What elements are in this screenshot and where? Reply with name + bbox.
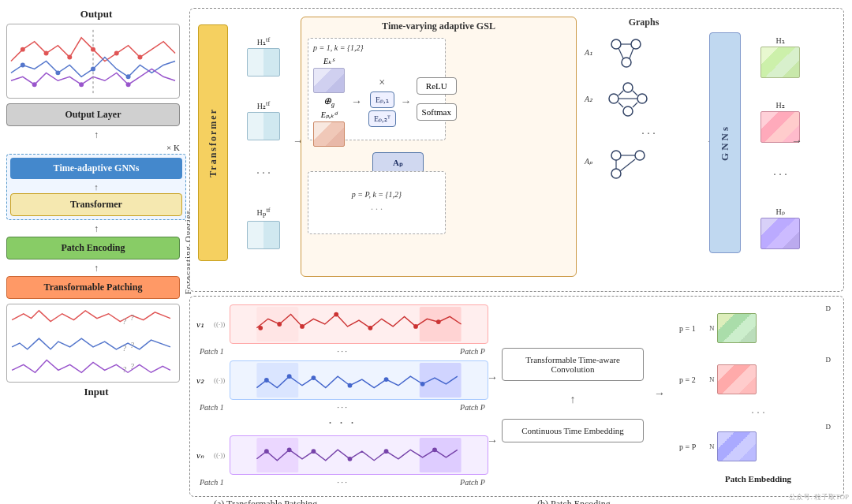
embed-dots: · · ·	[679, 407, 837, 420]
h-matrix-p: HPtf	[236, 207, 291, 249]
svg-point-57	[420, 382, 425, 386]
embed-np-label: N	[709, 442, 715, 450]
svg-text:?: ?	[122, 317, 126, 326]
output-layer-box: Output Layer	[6, 103, 180, 126]
arrow-down-1: ↑	[6, 129, 186, 141]
arrow-patch-to-enc: →	[487, 371, 498, 384]
h1-grid	[247, 48, 280, 77]
patching-area: v₁ ((·))	[196, 304, 488, 486]
main-container: (c) Intra- and Inter-Time Series Modelin…	[0, 0, 852, 504]
arrow-up-2: ↑	[6, 263, 186, 274]
v2-wave	[230, 360, 488, 400]
h-out-1-label: H₁	[775, 36, 784, 45]
vn-label: vₙ	[196, 450, 214, 461]
v1-patch-labels: Patch 1 · · · Patch P	[196, 347, 488, 356]
arrow-enc-to-embed: →	[654, 387, 665, 400]
watermark: 公众号: 粒子取TOP	[789, 492, 849, 502]
embed-pp-label: p = P	[679, 442, 709, 451]
v2-dots-label: · · ·	[337, 403, 347, 412]
svg-point-49	[436, 319, 441, 324]
svg-point-13	[126, 82, 131, 87]
v1-dots-label: · · ·	[337, 347, 347, 356]
h-matrix-2: H₂tf	[236, 100, 291, 140]
h-out-2-label: H₂	[775, 101, 784, 110]
title-b: (b) Patch Encoding	[537, 498, 611, 504]
output-chart	[6, 24, 180, 99]
v2-row: v₂ ((·))	[196, 360, 488, 400]
svg-point-48	[413, 324, 418, 329]
graph-a1-svg	[604, 35, 652, 70]
h-out-p: Hₚ	[749, 207, 812, 249]
embed-p2-label: p = 2	[679, 375, 709, 384]
v2-patch-labels: Patch 1 · · · Patch P	[196, 403, 488, 412]
gsl-box: Time-varying adaptive GSL p = 1, k = {1,…	[301, 17, 577, 277]
svg-point-10	[126, 74, 131, 79]
arrow-patch-to-enc2: →	[487, 435, 498, 447]
svg-rect-58	[256, 438, 298, 472]
h-output-col: H₁ H₂ · · · Hₚ	[749, 24, 812, 261]
svg-point-27	[623, 83, 633, 92]
encoding-area: Transformable Time-aware Convolution ↑ C…	[494, 304, 652, 486]
gsl-e-stack: Eₖˢ ⊕g Eₚ,ₖᵈ	[313, 57, 345, 147]
arrow-ep-to-relu: →	[401, 95, 412, 108]
ep2t-box: Eₚ,₂ᵀ	[368, 110, 396, 127]
svg-line-31	[633, 91, 637, 95]
cont-time-emb-text: Continuous Time Embedding	[521, 426, 624, 435]
svg-rect-51	[420, 363, 462, 398]
svg-point-61	[287, 447, 292, 452]
svg-point-52	[264, 378, 269, 383]
v1-wave-svg	[230, 305, 488, 343]
vn-wave-svg	[230, 436, 488, 474]
transformer-box-left: Transformer	[10, 193, 182, 216]
patch-encoding-box: Patch Encoding	[6, 237, 180, 259]
top-right-panel: Transformer H₁tf H₂tf · · · HPtf → Time-…	[189, 8, 844, 292]
svg-point-21	[631, 39, 641, 49]
svg-point-35	[611, 151, 621, 160]
time-adaptive-gnns-box: Time-adaptive GNNs	[10, 158, 182, 179]
graph-a2-inner	[604, 81, 652, 117]
h-out-dots: · · ·	[749, 169, 812, 181]
embed-n1-label: N	[709, 324, 715, 332]
graph-a2: A₂	[585, 81, 703, 117]
input-signals: ? ? ? ? ? ?	[6, 304, 180, 383]
svg-point-56	[384, 377, 389, 382]
svg-point-7	[21, 62, 25, 67]
output-chart-svg	[7, 24, 179, 98]
transformer-vertical-box: Transformer	[198, 24, 228, 261]
ap-graph-label: Aₚ	[585, 157, 604, 166]
dashed-box: Time-adaptive GNNs ↑ Transformer	[6, 154, 186, 220]
transformer-vertical-text: Transformer	[207, 108, 219, 177]
gsl-inner-top: p = 1, k = {1,2} Eₖˢ ⊕g Eₚ,ₖᵈ → × Eₚ,₁	[308, 38, 446, 140]
patch-embed-title: Patch Embedding	[679, 474, 837, 483]
svg-point-26	[609, 94, 618, 103]
embed-pp-grid	[717, 431, 757, 461]
vn-wave	[230, 435, 488, 475]
h2-grid	[247, 112, 280, 140]
relu-box: ReLU	[417, 77, 457, 95]
svg-point-20	[611, 39, 621, 49]
vn-patch1-label: Patch 1	[200, 478, 224, 487]
svg-rect-50	[256, 363, 298, 398]
svg-text:?: ?	[122, 344, 126, 353]
d-label-p1: D	[679, 304, 831, 312]
output-label: Output	[6, 8, 186, 21]
svg-point-8	[55, 70, 60, 75]
svg-point-53	[287, 374, 292, 379]
svg-point-54	[312, 375, 316, 380]
v1-row: v₁ ((·))	[196, 304, 488, 344]
svg-point-4	[91, 47, 95, 52]
h-out-1: H₁	[749, 36, 812, 78]
svg-point-47	[368, 326, 373, 330]
svg-point-6	[137, 55, 142, 60]
svg-point-29	[623, 106, 633, 116]
svg-line-24	[618, 48, 623, 58]
svg-point-9	[91, 66, 95, 71]
embed-pp-wrapper: D p = P N	[679, 423, 837, 461]
v1-wave	[230, 304, 488, 344]
softmax-box: Softmax	[417, 103, 457, 121]
svg-point-12	[79, 82, 84, 87]
svg-text:?: ?	[130, 341, 134, 349]
ep1-box: Eₚ,₁	[370, 91, 394, 108]
gsl-bottom-dots: · · ·	[313, 203, 440, 215]
hp-label: HPtf	[257, 207, 271, 219]
